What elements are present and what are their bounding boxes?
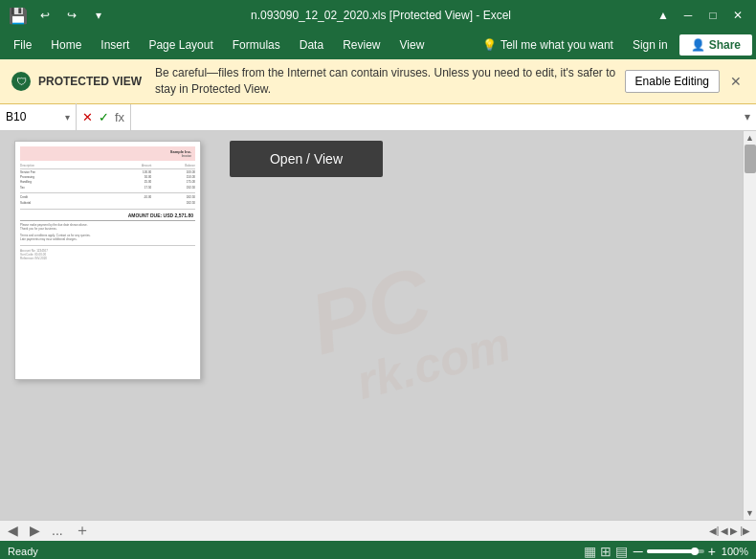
title-bar-left: 💾 ↩ ↪ ▾ xyxy=(8,5,109,26)
tab-next-button[interactable]: ▶ xyxy=(24,523,46,538)
menu-file[interactable]: File xyxy=(4,34,41,56)
share-icon: 👤 xyxy=(691,38,705,52)
scroll-thumb[interactable] xyxy=(745,145,756,173)
sheet-content: PC rk.com Sample Inc. Invoice Descriptio… xyxy=(0,131,743,520)
sign-in-button[interactable]: Sign in xyxy=(625,34,676,56)
redo-icon[interactable]: ↪ xyxy=(61,5,82,26)
menu-formulas[interactable]: Formulas xyxy=(223,34,290,56)
watermark: PC rk.com xyxy=(301,236,516,414)
status-right: ▦ ⊞ ▤ ─ + 100% xyxy=(584,544,748,559)
menu-page-layout[interactable]: Page Layout xyxy=(139,34,222,56)
restore-button[interactable]: □ xyxy=(702,5,723,26)
ribbon-collapse-icon[interactable]: ▲ xyxy=(653,5,674,26)
status-bar: Ready ▦ ⊞ ▤ ─ + 100% xyxy=(0,541,756,559)
lightbulb-icon: 💡 xyxy=(482,38,497,52)
main-area: PC rk.com Sample Inc. Invoice Descriptio… xyxy=(0,131,756,520)
protected-view-label: PROTECTED VIEW xyxy=(38,75,142,88)
formula-expand-icon[interactable]: ▾ xyxy=(739,110,756,123)
menu-home[interactable]: Home xyxy=(41,34,91,56)
name-box-dropdown[interactable]: ▾ xyxy=(65,112,70,123)
share-button[interactable]: 👤 Share xyxy=(679,34,752,56)
scroll-track[interactable] xyxy=(744,145,756,506)
add-sheet-button[interactable]: ＋ xyxy=(69,521,96,541)
title-bar-controls: ▲ ─ □ ✕ xyxy=(653,5,748,26)
protected-view-bar: 🛡 PROTECTED VIEW Be careful—files from t… xyxy=(0,59,756,104)
shield-icon: 🛡 xyxy=(11,72,31,91)
page-break-icon[interactable]: ▤ xyxy=(615,544,628,559)
formula-bar: B10 ▾ ✕ ✓ fx ▾ xyxy=(0,104,756,131)
tab-dots[interactable]: ... xyxy=(46,523,69,538)
menu-bar: File Home Insert Page Layout Formulas Da… xyxy=(0,31,756,59)
zoom-fill xyxy=(647,549,693,553)
minimize-button[interactable]: ─ xyxy=(678,5,699,26)
zoom-thumb[interactable] xyxy=(691,548,699,555)
share-label: Share xyxy=(709,38,741,52)
hscroll-right[interactable]: ▶ xyxy=(730,525,738,536)
title-bar: 💾 ↩ ↪ ▾ n.093090_12_02_2020.xls [Protect… xyxy=(0,0,756,31)
sheet-tabs-bar: ◀ ▶ ... ＋ ◀| ◀ ▶ |▶ xyxy=(0,520,756,541)
status-text: Ready xyxy=(8,546,584,557)
formula-icons: ✕ ✓ fx xyxy=(77,110,130,124)
menu-review[interactable]: Review xyxy=(333,34,389,56)
zoom-minus-button[interactable]: ─ xyxy=(634,544,643,559)
menu-view[interactable]: View xyxy=(390,34,434,56)
close-button[interactable]: ✕ xyxy=(727,5,748,26)
tab-prev-button[interactable]: ◀ xyxy=(2,523,24,538)
protected-view-close[interactable]: ✕ xyxy=(727,73,745,90)
window-title: n.093090_12_02_2020.xls [Protected View]… xyxy=(109,9,653,22)
hscroll-left[interactable]: ◀ xyxy=(721,525,728,536)
menu-right: 💡 Tell me what you want Sign in 👤 Share xyxy=(475,34,752,56)
view-icons: ▦ ⊞ ▤ xyxy=(584,544,628,559)
zoom-level: 100% xyxy=(722,546,748,557)
save-icon[interactable]: 💾 xyxy=(8,5,29,26)
cancel-formula-icon[interactable]: ✕ xyxy=(80,110,95,124)
undo-icon[interactable]: ↩ xyxy=(34,5,56,26)
vertical-scrollbar[interactable]: ▲ ▼ xyxy=(743,131,756,520)
menu-insert[interactable]: Insert xyxy=(91,34,139,56)
scroll-up-button[interactable]: ▲ xyxy=(744,131,757,145)
page-layout-icon[interactable]: ⊞ xyxy=(600,544,611,559)
tell-me-text[interactable]: Tell me what you want xyxy=(500,38,613,52)
name-box[interactable]: B10 ▾ xyxy=(0,103,77,130)
zoom-track[interactable] xyxy=(647,549,704,553)
hscroll-left-end[interactable]: ◀| xyxy=(709,525,720,536)
tell-me-section: 💡 Tell me what you want xyxy=(475,38,621,52)
more-icon[interactable]: ▾ xyxy=(88,5,109,26)
confirm-formula-icon[interactable]: ✓ xyxy=(97,110,111,124)
enable-editing-button[interactable]: Enable Editing xyxy=(625,70,720,93)
cell-reference: B10 xyxy=(6,110,26,123)
open-view-button[interactable]: Open / View xyxy=(230,141,383,177)
hscroll-right-end[interactable]: |▶ xyxy=(740,525,750,536)
formula-input[interactable] xyxy=(131,110,739,123)
scroll-down-button[interactable]: ▼ xyxy=(744,506,757,520)
menu-data[interactable]: Data xyxy=(290,34,333,56)
document-preview: Sample Inc. Invoice Description Amount B… xyxy=(14,141,201,380)
fx-icon[interactable]: fx xyxy=(113,110,126,124)
zoom-plus-button[interactable]: + xyxy=(708,544,716,559)
protected-view-message: Be careful—files from the Internet can c… xyxy=(155,65,617,98)
normal-view-icon[interactable]: ▦ xyxy=(584,544,596,559)
horizontal-scroll: ◀| ◀ ▶ |▶ xyxy=(705,525,754,536)
zoom-slider[interactable]: ─ + xyxy=(634,544,716,559)
